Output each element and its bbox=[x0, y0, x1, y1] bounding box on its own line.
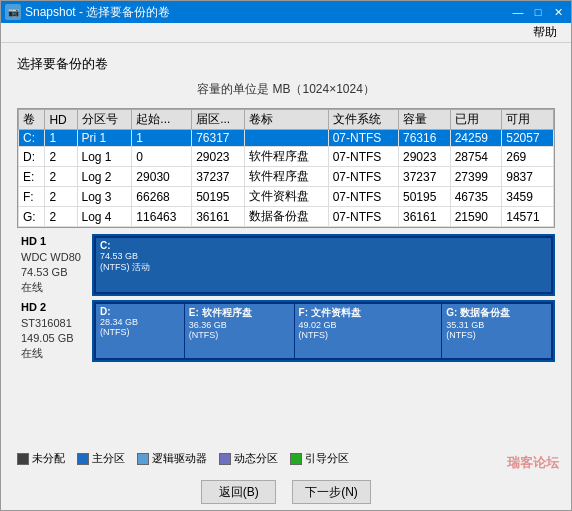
partition-label: F: 文件资料盘 bbox=[299, 306, 438, 320]
disk-size: 74.53 GB bbox=[21, 265, 88, 280]
legend-item: 未分配 bbox=[17, 451, 65, 466]
partition-info: (NTFS) bbox=[100, 327, 180, 337]
disk-bar: D:28.34 GB(NTFS)E: 软件程序盘36.36 GB(NTFS)F:… bbox=[92, 300, 555, 362]
disk-row: HD 1WDC WD8074.53 GB在线C:74.53 GB(NTFS) 活… bbox=[17, 234, 555, 296]
table-header-row: 卷 HD 分区号 起始... 届区... 卷标 文件系统 容量 已用 可用 bbox=[19, 110, 554, 130]
disk-id: HD 2 bbox=[21, 300, 88, 315]
partition-info: (NTFS) bbox=[299, 330, 438, 340]
col-end: 届区... bbox=[192, 110, 244, 130]
disk-label: HD 2ST316081149.05 GB在线 bbox=[17, 300, 92, 362]
legend-color bbox=[17, 453, 29, 465]
section-title: 选择要备份的卷 bbox=[17, 55, 555, 73]
col-fs: 文件系统 bbox=[328, 110, 398, 130]
col-cap: 容量 bbox=[398, 110, 450, 130]
partition-block[interactable]: D:28.34 GB(NTFS) bbox=[96, 304, 184, 358]
table-row[interactable]: D:2Log 1029023软件程序盘07-NTFS2902328754269 bbox=[19, 147, 554, 167]
legend-item: 逻辑驱动器 bbox=[137, 451, 207, 466]
disk-status: 在线 bbox=[21, 346, 88, 361]
legend-color bbox=[290, 453, 302, 465]
col-avail: 可用 bbox=[502, 110, 554, 130]
partition-info: 74.53 GB bbox=[100, 251, 547, 261]
unit-note: 容量的单位是 MB（1024×1024） bbox=[17, 81, 555, 98]
maximize-button[interactable]: □ bbox=[529, 3, 547, 21]
partition-block[interactable]: E: 软件程序盘36.36 GB(NTFS) bbox=[185, 304, 294, 358]
title-bar: 📷 Snapshot - 选择要备份的卷 — □ ✕ bbox=[1, 1, 571, 23]
next-button[interactable]: 下一步(N) bbox=[292, 480, 371, 504]
legend-color bbox=[219, 453, 231, 465]
partition-label: D: bbox=[100, 306, 180, 317]
partition-info: 36.36 GB bbox=[189, 320, 290, 330]
close-button[interactable]: ✕ bbox=[549, 3, 567, 21]
disk-visual-area: HD 1WDC WD8074.53 GB在线C:74.53 GB(NTFS) 活… bbox=[17, 234, 555, 441]
legend-item: 引导分区 bbox=[290, 451, 349, 466]
window-title: Snapshot - 选择要备份的卷 bbox=[25, 4, 170, 21]
legend-label: 主分区 bbox=[92, 451, 125, 466]
table-row[interactable]: F:2Log 36626850195文件资料盘07-NTFS5019546735… bbox=[19, 187, 554, 207]
partition-info: (NTFS) bbox=[189, 330, 290, 340]
menu-bar: 帮助 bbox=[1, 23, 571, 43]
disk-status: 在线 bbox=[21, 280, 88, 295]
col-label: 卷标 bbox=[244, 110, 328, 130]
footer-buttons: 返回(B) 下一步(N) bbox=[1, 476, 571, 510]
disk-bar: C:74.53 GB(NTFS) 活动 bbox=[92, 234, 555, 296]
back-button[interactable]: 返回(B) bbox=[201, 480, 276, 504]
disk-size: 149.05 GB bbox=[21, 331, 88, 346]
partition-label: G: 数据备份盘 bbox=[446, 306, 547, 320]
minimize-button[interactable]: — bbox=[509, 3, 527, 21]
help-menu[interactable]: 帮助 bbox=[527, 22, 563, 43]
legend-item: 主分区 bbox=[77, 451, 125, 466]
disk-model: ST316081 bbox=[21, 316, 88, 331]
legend-label: 引导分区 bbox=[305, 451, 349, 466]
partition-info: 49.02 GB bbox=[299, 320, 438, 330]
partition-block[interactable]: G: 数据备份盘35.31 GB(NTFS) bbox=[442, 304, 551, 358]
legend-label: 未分配 bbox=[32, 451, 65, 466]
partition-label: E: 软件程序盘 bbox=[189, 306, 290, 320]
partition-block[interactable]: F: 文件资料盘49.02 GB(NTFS) bbox=[295, 304, 442, 358]
col-vol: 卷 bbox=[19, 110, 45, 130]
legend-color bbox=[77, 453, 89, 465]
col-hd: HD bbox=[45, 110, 77, 130]
partition-info: (NTFS) 活动 bbox=[100, 261, 547, 274]
disk-model: WDC WD80 bbox=[21, 250, 88, 265]
disk-id: HD 1 bbox=[21, 234, 88, 249]
content-area: 选择要备份的卷 容量的单位是 MB（1024×1024） 卷 HD 分区号 起始… bbox=[1, 43, 571, 476]
legend-area: 未分配主分区逻辑驱动器动态分区引导分区 bbox=[17, 447, 555, 468]
partition-info: (NTFS) bbox=[446, 330, 547, 340]
col-start: 起始... bbox=[132, 110, 192, 130]
col-used: 已用 bbox=[450, 110, 502, 130]
main-window: 📷 Snapshot - 选择要备份的卷 — □ ✕ 帮助 选择要备份的卷 容量… bbox=[0, 0, 572, 511]
partition-info: 28.34 GB bbox=[100, 317, 180, 327]
partition-label: C: bbox=[100, 240, 547, 251]
disk-label: HD 1WDC WD8074.53 GB在线 bbox=[17, 234, 92, 296]
volume-table: 卷 HD 分区号 起始... 届区... 卷标 文件系统 容量 已用 可用 C:… bbox=[18, 109, 554, 227]
table-row[interactable]: E:2Log 22903037237软件程序盘07-NTFS3723727399… bbox=[19, 167, 554, 187]
partition-block[interactable]: C:74.53 GB(NTFS) 活动 bbox=[96, 238, 551, 292]
title-bar-left: 📷 Snapshot - 选择要备份的卷 bbox=[5, 4, 170, 21]
legend-label: 逻辑驱动器 bbox=[152, 451, 207, 466]
legend-label: 动态分区 bbox=[234, 451, 278, 466]
table-row[interactable]: G:2Log 411646336161数据备份盘07-NTFS361612159… bbox=[19, 207, 554, 227]
app-icon: 📷 bbox=[5, 4, 21, 20]
title-controls: — □ ✕ bbox=[509, 3, 567, 21]
partition-info: 35.31 GB bbox=[446, 320, 547, 330]
volume-table-container: 卷 HD 分区号 起始... 届区... 卷标 文件系统 容量 已用 可用 C:… bbox=[17, 108, 555, 228]
disk-row: HD 2ST316081149.05 GB在线D:28.34 GB(NTFS)E… bbox=[17, 300, 555, 362]
legend-color bbox=[137, 453, 149, 465]
table-row[interactable]: C:1Pri 117631707-NTFS763162425952057 bbox=[19, 130, 554, 147]
col-part: 分区号 bbox=[77, 110, 132, 130]
legend-item: 动态分区 bbox=[219, 451, 278, 466]
